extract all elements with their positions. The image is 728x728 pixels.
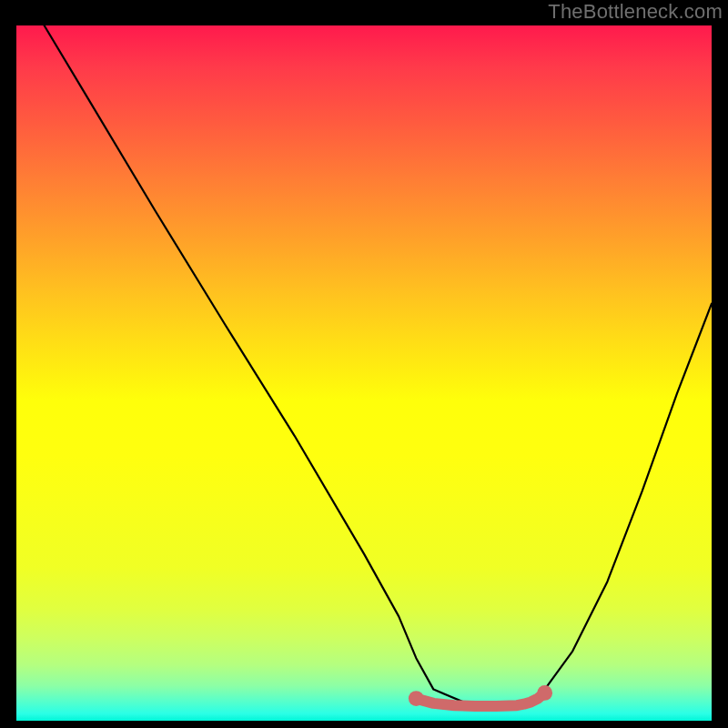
chart-svg xyxy=(16,25,712,721)
bottleneck-curve xyxy=(45,25,712,706)
chart-frame xyxy=(16,25,712,721)
optimal-start-marker xyxy=(409,691,424,706)
attribution-link[interactable]: TheBottleneck.com xyxy=(548,0,723,24)
optimal-end-marker xyxy=(537,685,552,701)
optimal-band xyxy=(416,693,544,706)
